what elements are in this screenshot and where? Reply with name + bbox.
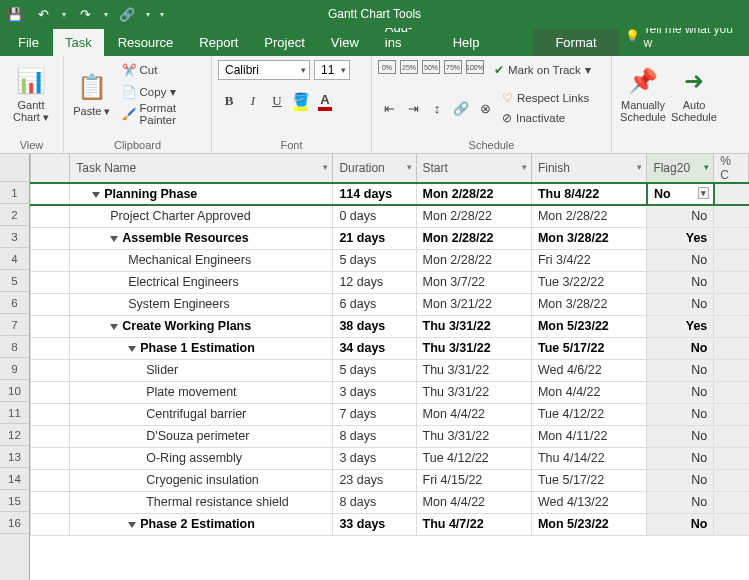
start-cell[interactable]: Mon 2/28/22 (416, 227, 531, 249)
finish-cell[interactable]: Tue 5/17/22 (531, 337, 646, 359)
tab-resource[interactable]: Resource (106, 29, 186, 56)
start-cell[interactable]: Mon 3/7/22 (416, 271, 531, 293)
unlink-tasks-button[interactable]: ⊗ (474, 97, 496, 119)
save-icon[interactable]: 💾 (4, 3, 26, 25)
pct-cell[interactable] (714, 227, 749, 249)
task-name-cell[interactable]: Electrical Engineers (70, 271, 333, 293)
cut-button[interactable]: ✂️Cut (120, 60, 205, 80)
finish-cell[interactable]: Thu 8/4/22 (531, 183, 646, 205)
tab-task[interactable]: Task (53, 29, 104, 56)
task-row[interactable]: D'Souza perimeter8 daysThu 3/31/22Mon 4/… (31, 425, 749, 447)
task-name-cell[interactable]: Project Charter Approved (70, 205, 333, 227)
duration-cell[interactable]: 34 days (333, 337, 416, 359)
indicator-cell[interactable] (31, 403, 70, 425)
pct-column-header[interactable]: % C (714, 154, 749, 183)
manually-schedule-button[interactable]: 📌 Manually Schedule (618, 60, 668, 128)
pct-cell[interactable] (714, 271, 749, 293)
task-name-cell[interactable]: Slider (70, 359, 333, 381)
finish-cell[interactable]: Mon 3/28/22 (531, 227, 646, 249)
duration-cell[interactable]: 21 days (333, 227, 416, 249)
indicator-cell[interactable] (31, 271, 70, 293)
paste-button[interactable]: 📋 Paste ▾ (70, 60, 114, 128)
flag20-cell[interactable]: No (647, 293, 714, 315)
indicator-cell[interactable] (31, 205, 70, 227)
task-name-cell[interactable]: Centrifugal barrier (70, 403, 333, 425)
collapse-icon[interactable] (128, 346, 136, 352)
start-cell[interactable]: Thu 3/31/22 (416, 337, 531, 359)
row-number[interactable]: 9 (0, 358, 29, 380)
dropdown-icon[interactable]: ▾ (522, 162, 527, 172)
pct-cell[interactable] (714, 469, 749, 491)
collapse-icon[interactable] (110, 324, 118, 330)
start-cell[interactable]: Mon 4/4/22 (416, 491, 531, 513)
task-row[interactable]: Mechanical Engineers5 daysMon 2/28/22Fri… (31, 249, 749, 271)
flag20-cell[interactable]: No (647, 205, 714, 227)
row-number[interactable]: 3 (0, 226, 29, 248)
duration-cell[interactable]: 6 days (333, 293, 416, 315)
start-cell[interactable]: Mon 3/21/22 (416, 293, 531, 315)
qat-dropdown-icon[interactable]: ▾ (144, 3, 152, 25)
finish-cell[interactable]: Thu 4/14/22 (531, 447, 646, 469)
pct-cell[interactable] (714, 183, 749, 205)
start-cell[interactable]: Tue 4/12/22 (416, 447, 531, 469)
flag20-cell[interactable]: No (647, 359, 714, 381)
flag20-cell[interactable]: Yes (647, 315, 714, 337)
row-number[interactable]: 2 (0, 204, 29, 226)
row-number[interactable]: 5 (0, 270, 29, 292)
format-painter-button[interactable]: 🖌️Format Painter (120, 104, 205, 124)
font-color-button[interactable]: A (314, 90, 336, 112)
pct-cell[interactable] (714, 425, 749, 447)
underline-button[interactable]: U (266, 90, 288, 112)
qat-customize-icon[interactable]: ▾ (158, 3, 166, 25)
finish-cell[interactable]: Mon 3/28/22 (531, 293, 646, 315)
task-row[interactable]: Create Working Plans38 daysThu 3/31/22Mo… (31, 315, 749, 337)
link-tasks-button[interactable]: 🔗 (450, 97, 472, 119)
indicator-cell[interactable] (31, 183, 70, 205)
font-name-select[interactable]: Calibri (218, 60, 310, 80)
duration-cell[interactable]: 3 days (333, 447, 416, 469)
task-name-cell[interactable]: Planning Phase (70, 183, 333, 205)
redo-icon[interactable]: ↷ (74, 3, 96, 25)
start-cell[interactable]: Mon 2/28/22 (416, 249, 531, 271)
finish-cell[interactable]: Tue 4/12/22 (531, 403, 646, 425)
row-number[interactable]: 15 (0, 490, 29, 512)
start-cell[interactable]: Mon 2/28/22 (416, 205, 531, 227)
indicator-cell[interactable] (31, 249, 70, 271)
duration-column-header[interactable]: Duration▾ (333, 154, 416, 183)
start-cell[interactable]: Thu 3/31/22 (416, 425, 531, 447)
duration-cell[interactable]: 8 days (333, 425, 416, 447)
task-name-cell[interactable]: Plate movement (70, 381, 333, 403)
task-name-cell[interactable]: Cryogenic insulation (70, 469, 333, 491)
task-row[interactable]: O-Ring assembly3 daysTue 4/12/22Thu 4/14… (31, 447, 749, 469)
task-row[interactable]: System Engineers6 daysMon 3/21/22Mon 3/2… (31, 293, 749, 315)
finish-cell[interactable]: Tue 3/22/22 (531, 271, 646, 293)
flag20-cell[interactable]: Yes (647, 227, 714, 249)
pct-cell[interactable] (714, 447, 749, 469)
italic-button[interactable]: I (242, 90, 264, 112)
start-cell[interactable]: Thu 3/31/22 (416, 381, 531, 403)
task-name-cell[interactable]: Phase 1 Estimation (70, 337, 333, 359)
flag20-cell[interactable]: No (647, 513, 714, 535)
indicator-cell[interactable] (31, 227, 70, 249)
dropdown-icon[interactable]: ▾ (637, 162, 642, 172)
outdent-button[interactable]: ⇤ (378, 97, 400, 119)
finish-cell[interactable]: Mon 2/28/22 (531, 205, 646, 227)
task-row[interactable]: Cryogenic insulation23 daysFri 4/15/22Tu… (31, 469, 749, 491)
pct-cell[interactable] (714, 359, 749, 381)
flag20-cell[interactable]: No (647, 425, 714, 447)
indicator-cell[interactable] (31, 425, 70, 447)
pct-cell[interactable] (714, 491, 749, 513)
duration-cell[interactable]: 114 days (333, 183, 416, 205)
row-number[interactable]: 11 (0, 402, 29, 424)
gantt-chart-button[interactable]: 📊 Gantt Chart ▾ (6, 60, 56, 128)
tab-view[interactable]: View (319, 29, 371, 56)
finish-cell[interactable]: Mon 4/11/22 (531, 425, 646, 447)
pct-cell[interactable] (714, 381, 749, 403)
row-number[interactable]: 16 (0, 512, 29, 534)
pct-100-button[interactable]: 100% (466, 60, 484, 74)
respect-links-button[interactable]: ♡Respect Links (500, 88, 591, 108)
finish-cell[interactable]: Wed 4/13/22 (531, 491, 646, 513)
tab-project[interactable]: Project (252, 29, 316, 56)
collapse-icon[interactable] (128, 522, 136, 528)
indicator-cell[interactable] (31, 513, 70, 535)
